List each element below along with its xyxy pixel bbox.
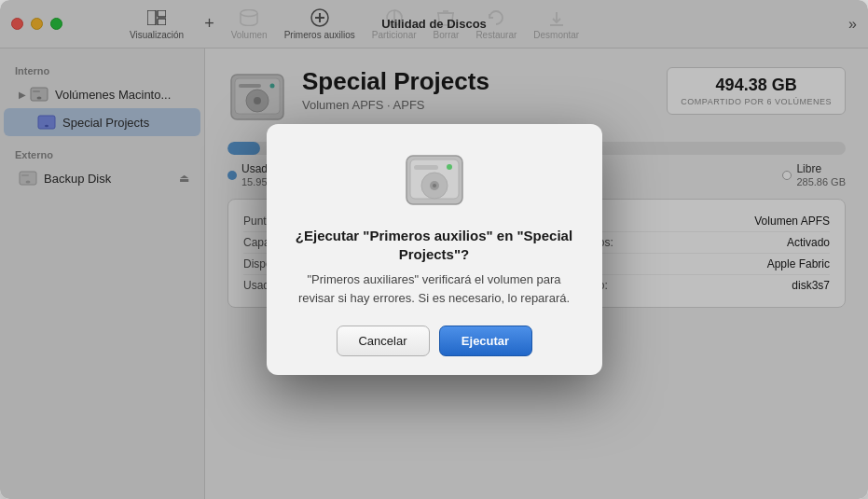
modal-title: ¿Ejecutar "Primeros auxilios" en "Specia… bbox=[293, 227, 576, 263]
cancel-button[interactable]: Cancelar bbox=[337, 326, 430, 356]
svg-rect-31 bbox=[414, 165, 438, 170]
svg-point-32 bbox=[447, 164, 452, 170]
modal-buttons: Cancelar Ejecutar bbox=[293, 326, 576, 356]
modal-message: "Primeros auxiliares" verificará el volu… bbox=[293, 270, 576, 307]
modal-overlay: ¿Ejecutar "Primeros auxilios" en "Specia… bbox=[0, 0, 868, 499]
ejecutar-button[interactable]: Ejecutar bbox=[439, 326, 532, 356]
svg-point-30 bbox=[433, 184, 436, 187]
main-window: Visualización + Volumen bbox=[0, 0, 868, 499]
modal-dialog: ¿Ejecutar "Primeros auxilios" en "Specia… bbox=[267, 124, 602, 375]
modal-disk-icon bbox=[401, 146, 468, 214]
